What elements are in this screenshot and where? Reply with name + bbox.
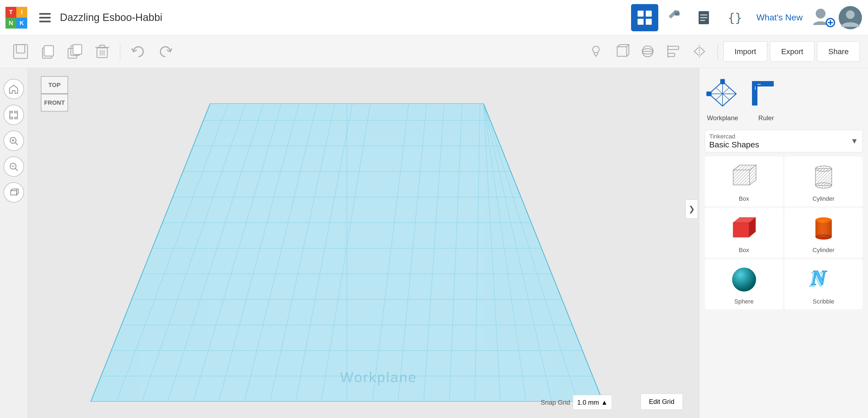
edit-grid-button[interactable]: Edit Grid — [641, 393, 683, 410]
documents-button[interactable] — [691, 4, 718, 31]
logo-t: T — [5, 7, 16, 18]
view-cube-top[interactable]: TOP — [41, 76, 68, 94]
shapes-source: Tinkercad — [709, 133, 759, 140]
workplane-icon — [705, 76, 740, 111]
shape-box-solid[interactable]: Box — [705, 208, 783, 258]
panel-collapse-button[interactable]: ❯ — [685, 200, 698, 219]
view-cube-front[interactable]: FRONT — [41, 94, 68, 111]
ruler-icon — [748, 76, 784, 111]
snap-grid-select[interactable]: 1.0 mm ▲ — [573, 395, 612, 410]
svg-point-121 — [815, 183, 832, 188]
shape-outline-button[interactable] — [610, 39, 634, 64]
svg-rect-1 — [646, 11, 652, 16]
undo-button[interactable] — [126, 39, 150, 64]
svg-line-49 — [15, 142, 18, 145]
align-button[interactable] — [661, 39, 686, 64]
shape-cylinder-hole-label: Cylinder — [812, 195, 835, 202]
user-avatar[interactable] — [838, 5, 863, 30]
workplane-container — [76, 103, 617, 402]
code-blocks-button[interactable]: {} — [721, 4, 748, 31]
shape-box-hole-label: Box — [739, 195, 749, 202]
import-button[interactable]: Import — [723, 41, 767, 62]
redo-button[interactable] — [153, 39, 178, 64]
svg-point-17 — [846, 10, 855, 19]
zoom-in-button[interactable] — [4, 131, 24, 151]
mirror-button[interactable] — [687, 39, 712, 64]
svg-point-122 — [815, 166, 832, 171]
svg-point-12 — [816, 9, 826, 19]
svg-text:{}: {} — [728, 11, 742, 25]
toolbar-right-icons — [584, 39, 712, 64]
svg-rect-19 — [16, 45, 25, 53]
shape-scribble-solid-label: Scribble — [813, 298, 834, 305]
user-add-button[interactable] — [811, 5, 835, 30]
shape-cylinder-solid-preview — [805, 212, 843, 244]
ruler-label: Ruler — [758, 114, 774, 122]
logo-i: I — [16, 7, 27, 18]
svg-line-52 — [15, 168, 18, 171]
svg-point-31 — [593, 46, 599, 53]
logo-n: N — [5, 18, 16, 29]
whats-new-button[interactable]: What's New — [751, 10, 808, 25]
svg-rect-53 — [11, 190, 17, 195]
zoom-out-button[interactable] — [4, 156, 24, 177]
svg-rect-9 — [700, 17, 707, 18]
shapes-library-dropdown[interactable]: Tinkercad Basic Shapes ▼ — [705, 130, 863, 152]
snap-grid-label: Snap Grid — [540, 399, 570, 406]
delete-button[interactable] — [90, 39, 114, 64]
svg-rect-6 — [675, 11, 679, 13]
svg-rect-24 — [73, 45, 82, 55]
perspective-toggle-button[interactable] — [4, 182, 24, 203]
svg-rect-129 — [815, 220, 832, 237]
toolbar: Import Export Share — [0, 35, 868, 68]
hamburger-menu-button[interactable] — [35, 8, 55, 27]
shape-sphere-solid-label: Sphere — [734, 298, 754, 305]
shapes-grid: Box Cylinder — [705, 156, 863, 309]
svg-rect-21 — [44, 46, 53, 56]
tinkercad-logo[interactable]: T I N K — [5, 7, 27, 29]
fit-view-button[interactable] — [4, 105, 24, 125]
svg-rect-102 — [720, 79, 725, 84]
grid-view-button[interactable] — [631, 4, 658, 31]
new-shape-button[interactable] — [8, 39, 33, 64]
shape-cylinder-solid[interactable]: Cylinder — [784, 208, 863, 258]
shape-sphere-solid[interactable]: Sphere — [705, 259, 783, 309]
light-toggle-button[interactable] — [584, 39, 609, 64]
svg-rect-2 — [638, 19, 644, 25]
svg-rect-3 — [646, 19, 652, 25]
logo-k: K — [16, 18, 27, 29]
svg-rect-40 — [10, 111, 12, 113]
svg-rect-101 — [707, 92, 711, 96]
ruler-tool[interactable]: Ruler — [748, 76, 784, 122]
shape-box-solid-preview — [725, 212, 763, 244]
shape-sphere-solid-preview — [725, 263, 763, 296]
viewport[interactable]: TOP FRONT — [27, 68, 699, 418]
shape-scribble-solid[interactable]: N N Scribble — [784, 259, 863, 309]
duplicate-button[interactable] — [63, 39, 87, 64]
copy-button[interactable] — [35, 39, 60, 64]
panel-top-tools: Workplane — [705, 76, 863, 122]
project-name[interactable]: Dazzling Esboo-Habbi — [60, 12, 631, 23]
dropdown-chevron-icon: ▼ — [850, 137, 858, 145]
circle-outline-button[interactable] — [636, 39, 660, 64]
svg-rect-43 — [15, 117, 18, 119]
workplane-tool[interactable]: Workplane — [705, 76, 740, 122]
export-button[interactable]: Export — [770, 41, 814, 62]
build-button[interactable] — [661, 4, 688, 31]
shape-box-hole[interactable]: Box — [705, 156, 783, 206]
workplane-grid — [76, 103, 617, 402]
shape-cylinder-hole-preview — [805, 161, 843, 193]
svg-rect-0 — [638, 11, 644, 16]
nav-icons-right: {} What's New — [631, 4, 863, 31]
share-button[interactable]: Share — [817, 41, 860, 62]
svg-text:N: N — [811, 266, 827, 289]
top-nav: T I N K Dazzling Esboo-Habbi — [0, 0, 868, 35]
left-sidebar — [0, 68, 27, 418]
right-panel: Workplane — [699, 68, 868, 418]
svg-rect-41 — [15, 111, 18, 113]
home-view-button[interactable] — [4, 79, 24, 99]
svg-marker-116 — [733, 170, 749, 185]
view-cube[interactable]: TOP FRONT — [35, 76, 76, 117]
snap-grid-area: Snap Grid 1.0 mm ▲ — [540, 395, 612, 410]
shape-cylinder-hole[interactable]: Cylinder — [784, 156, 863, 206]
